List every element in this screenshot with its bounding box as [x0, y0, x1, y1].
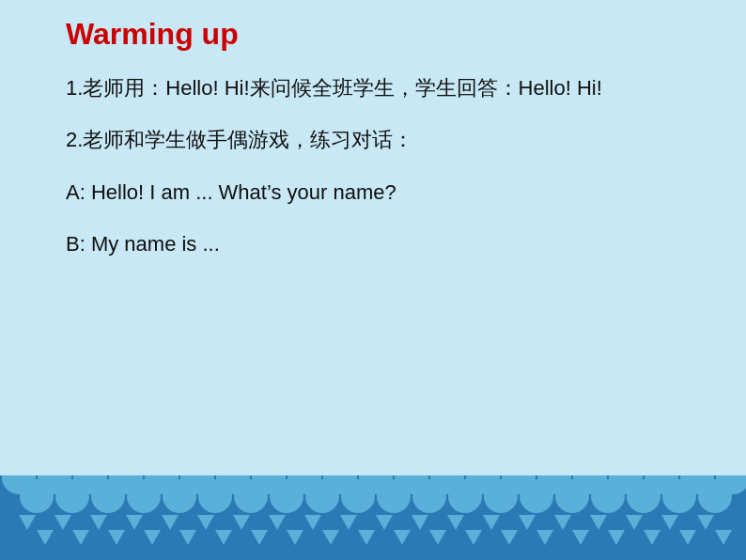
paragraph-3: A: Hello! I am ... What’s your name?	[66, 175, 680, 210]
svg-point-35	[448, 479, 482, 513]
svg-point-34	[412, 479, 446, 513]
paragraph-2: 2.老师和学生做手偶游戏，练习对话：	[66, 122, 680, 157]
svg-point-33	[377, 479, 411, 513]
svg-point-37	[520, 479, 553, 513]
paragraph-1: 1.老师用：Hello! Hi!来问候全班学生，学生回答：Hello! Hi!	[66, 70, 680, 105]
content-area: Warming up 1.老师用：Hello! Hi!来问候全班学生，学生回答：…	[0, 0, 746, 475]
svg-point-40	[627, 479, 661, 513]
wave-svg	[0, 475, 746, 560]
svg-point-24	[55, 479, 89, 513]
svg-point-38	[555, 479, 589, 513]
svg-point-31	[305, 479, 339, 513]
svg-point-25	[91, 479, 125, 513]
slide: Warming up 1.老师用：Hello! Hi!来问候全班学生，学生回答：…	[0, 0, 746, 560]
svg-point-27	[163, 479, 196, 513]
body-text: 1.老师用：Hello! Hi!来问候全班学生，学生回答：Hello! Hi! …	[66, 70, 680, 262]
svg-point-42	[698, 479, 732, 513]
svg-point-29	[234, 479, 268, 513]
paragraph-4: B: My name is ...	[66, 226, 680, 261]
svg-point-28	[198, 479, 232, 513]
svg-point-32	[341, 479, 375, 513]
svg-point-41	[662, 479, 696, 513]
svg-point-23	[20, 479, 54, 513]
svg-point-26	[127, 479, 161, 513]
bottom-decoration	[0, 475, 746, 560]
slide-title: Warming up	[66, 17, 680, 52]
svg-point-39	[591, 479, 625, 513]
svg-point-30	[270, 479, 303, 513]
svg-point-36	[484, 479, 518, 513]
